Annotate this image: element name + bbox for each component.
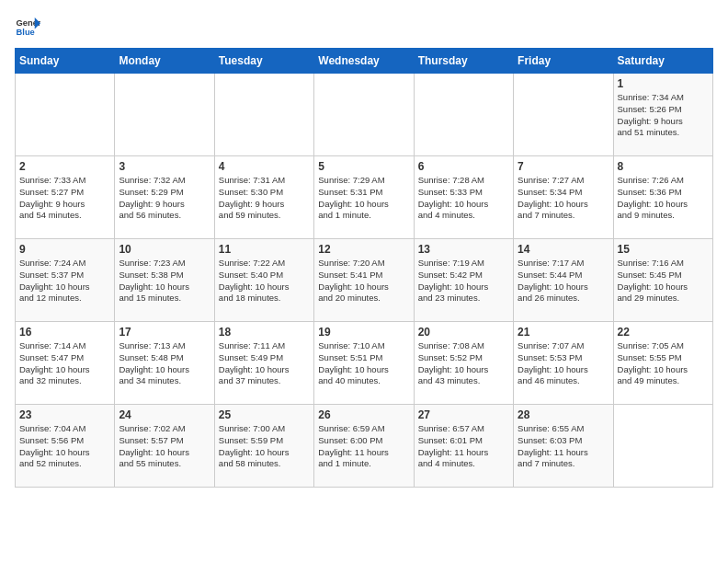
calendar-cell: 28Sunrise: 6:55 AM Sunset: 6:03 PM Dayli… (514, 405, 613, 488)
day-number: 27 (418, 408, 509, 421)
day-number: 3 (119, 160, 210, 173)
day-info: Sunrise: 7:10 AM Sunset: 5:51 PM Dayligh… (318, 340, 409, 387)
day-number: 18 (219, 326, 310, 339)
weekday-header-sunday: Sunday (16, 49, 115, 74)
calendar-cell: 9Sunrise: 7:24 AM Sunset: 5:37 PM Daylig… (16, 239, 115, 322)
day-number: 12 (318, 243, 409, 256)
day-number: 4 (219, 160, 310, 173)
day-info: Sunrise: 7:34 AM Sunset: 5:26 PM Dayligh… (618, 92, 709, 139)
calendar-cell: 4Sunrise: 7:31 AM Sunset: 5:30 PM Daylig… (214, 156, 313, 239)
day-number: 7 (518, 160, 609, 173)
day-number: 25 (219, 408, 310, 421)
calendar-cell: 15Sunrise: 7:16 AM Sunset: 5:45 PM Dayli… (613, 239, 712, 322)
day-info: Sunrise: 7:32 AM Sunset: 5:29 PM Dayligh… (119, 175, 210, 222)
calendar-cell: 12Sunrise: 7:20 AM Sunset: 5:41 PM Dayli… (314, 239, 414, 322)
day-info: Sunrise: 7:02 AM Sunset: 5:57 PM Dayligh… (119, 423, 210, 470)
calendar-cell: 22Sunrise: 7:05 AM Sunset: 5:55 PM Dayli… (613, 322, 712, 405)
calendar-cell (16, 74, 115, 156)
day-info: Sunrise: 6:59 AM Sunset: 6:00 PM Dayligh… (318, 423, 409, 470)
weekday-header-monday: Monday (115, 49, 214, 74)
day-info: Sunrise: 7:27 AM Sunset: 5:34 PM Dayligh… (518, 175, 609, 222)
day-number: 13 (418, 243, 509, 256)
day-info: Sunrise: 7:07 AM Sunset: 5:53 PM Dayligh… (518, 340, 609, 387)
calendar-cell: 19Sunrise: 7:10 AM Sunset: 5:51 PM Dayli… (314, 322, 414, 405)
day-info: Sunrise: 7:13 AM Sunset: 5:48 PM Dayligh… (119, 340, 210, 387)
calendar-cell: 16Sunrise: 7:14 AM Sunset: 5:47 PM Dayli… (16, 322, 115, 405)
day-number: 26 (318, 408, 409, 421)
calendar-cell: 13Sunrise: 7:19 AM Sunset: 5:42 PM Dayli… (414, 239, 513, 322)
day-number: 17 (119, 326, 210, 339)
calendar-cell: 17Sunrise: 7:13 AM Sunset: 5:48 PM Dayli… (115, 322, 214, 405)
week-row-4: 16Sunrise: 7:14 AM Sunset: 5:47 PM Dayli… (16, 322, 713, 405)
day-info: Sunrise: 7:08 AM Sunset: 5:52 PM Dayligh… (418, 340, 509, 387)
weekday-header-friday: Friday (514, 49, 613, 74)
day-number: 24 (119, 408, 210, 421)
day-info: Sunrise: 6:55 AM Sunset: 6:03 PM Dayligh… (518, 423, 609, 470)
logo: General Blue (15, 15, 44, 40)
calendar-cell (414, 74, 513, 156)
day-number: 23 (19, 408, 110, 421)
week-row-3: 9Sunrise: 7:24 AM Sunset: 5:37 PM Daylig… (16, 239, 713, 322)
header: General Blue (15, 15, 713, 40)
day-number: 2 (19, 160, 110, 173)
weekday-header-wednesday: Wednesday (314, 49, 414, 74)
day-info: Sunrise: 7:14 AM Sunset: 5:47 PM Dayligh… (19, 340, 110, 387)
day-info: Sunrise: 7:05 AM Sunset: 5:55 PM Dayligh… (618, 340, 709, 387)
day-number: 19 (318, 326, 409, 339)
calendar-cell (115, 74, 214, 156)
calendar-cell: 21Sunrise: 7:07 AM Sunset: 5:53 PM Dayli… (514, 322, 613, 405)
calendar-cell: 6Sunrise: 7:28 AM Sunset: 5:33 PM Daylig… (414, 156, 513, 239)
day-info: Sunrise: 7:28 AM Sunset: 5:33 PM Dayligh… (418, 175, 509, 222)
day-number: 5 (318, 160, 409, 173)
day-info: Sunrise: 7:29 AM Sunset: 5:31 PM Dayligh… (318, 175, 409, 222)
day-number: 11 (219, 243, 310, 256)
day-info: Sunrise: 7:17 AM Sunset: 5:44 PM Dayligh… (518, 258, 609, 304)
day-number: 21 (518, 326, 609, 339)
week-row-5: 23Sunrise: 7:04 AM Sunset: 5:56 PM Dayli… (16, 405, 713, 488)
weekday-header-row: SundayMondayTuesdayWednesdayThursdayFrid… (16, 49, 713, 74)
day-info: Sunrise: 7:22 AM Sunset: 5:40 PM Dayligh… (219, 258, 310, 304)
day-info: Sunrise: 7:33 AM Sunset: 5:27 PM Dayligh… (19, 175, 110, 222)
calendar-cell: 25Sunrise: 7:00 AM Sunset: 5:59 PM Dayli… (214, 405, 313, 488)
calendar-cell (613, 405, 712, 488)
day-info: Sunrise: 7:00 AM Sunset: 5:59 PM Dayligh… (219, 423, 310, 470)
day-number: 9 (19, 243, 110, 256)
week-row-2: 2Sunrise: 7:33 AM Sunset: 5:27 PM Daylig… (16, 156, 713, 239)
calendar-cell: 20Sunrise: 7:08 AM Sunset: 5:52 PM Dayli… (414, 322, 513, 405)
calendar-cell (314, 74, 414, 156)
day-info: Sunrise: 7:26 AM Sunset: 5:36 PM Dayligh… (618, 175, 709, 222)
weekday-header-thursday: Thursday (414, 49, 513, 74)
calendar-cell: 23Sunrise: 7:04 AM Sunset: 5:56 PM Dayli… (16, 405, 115, 488)
day-info: Sunrise: 7:23 AM Sunset: 5:38 PM Dayligh… (119, 258, 210, 304)
calendar-table: SundayMondayTuesdayWednesdayThursdayFrid… (15, 48, 713, 488)
day-number: 28 (518, 408, 609, 421)
calendar-cell: 14Sunrise: 7:17 AM Sunset: 5:44 PM Dayli… (514, 239, 613, 322)
calendar-cell: 3Sunrise: 7:32 AM Sunset: 5:29 PM Daylig… (115, 156, 214, 239)
calendar-cell: 7Sunrise: 7:27 AM Sunset: 5:34 PM Daylig… (514, 156, 613, 239)
calendar-cell: 8Sunrise: 7:26 AM Sunset: 5:36 PM Daylig… (613, 156, 712, 239)
calendar-cell: 24Sunrise: 7:02 AM Sunset: 5:57 PM Dayli… (115, 405, 214, 488)
day-number: 20 (418, 326, 509, 339)
day-number: 22 (618, 326, 709, 339)
day-info: Sunrise: 7:31 AM Sunset: 5:30 PM Dayligh… (219, 175, 310, 222)
day-number: 6 (418, 160, 509, 173)
calendar-cell (514, 74, 613, 156)
weekday-header-saturday: Saturday (613, 49, 712, 74)
calendar-cell: 2Sunrise: 7:33 AM Sunset: 5:27 PM Daylig… (16, 156, 115, 239)
day-number: 10 (119, 243, 210, 256)
calendar-cell: 18Sunrise: 7:11 AM Sunset: 5:49 PM Dayli… (214, 322, 313, 405)
calendar-cell: 10Sunrise: 7:23 AM Sunset: 5:38 PM Dayli… (115, 239, 214, 322)
calendar-cell: 5Sunrise: 7:29 AM Sunset: 5:31 PM Daylig… (314, 156, 414, 239)
day-number: 14 (518, 243, 609, 256)
calendar-cell (214, 74, 313, 156)
day-number: 16 (19, 326, 110, 339)
day-number: 1 (618, 77, 709, 90)
day-info: Sunrise: 7:24 AM Sunset: 5:37 PM Dayligh… (19, 258, 110, 304)
logo-icon: General Blue (15, 15, 40, 40)
calendar-cell: 27Sunrise: 6:57 AM Sunset: 6:01 PM Dayli… (414, 405, 513, 488)
day-info: Sunrise: 7:11 AM Sunset: 5:49 PM Dayligh… (219, 340, 310, 387)
svg-text:Blue: Blue (17, 28, 35, 37)
calendar-cell: 11Sunrise: 7:22 AM Sunset: 5:40 PM Dayli… (214, 239, 313, 322)
calendar-cell: 1Sunrise: 7:34 AM Sunset: 5:26 PM Daylig… (613, 74, 712, 156)
calendar-cell: 26Sunrise: 6:59 AM Sunset: 6:00 PM Dayli… (314, 405, 414, 488)
